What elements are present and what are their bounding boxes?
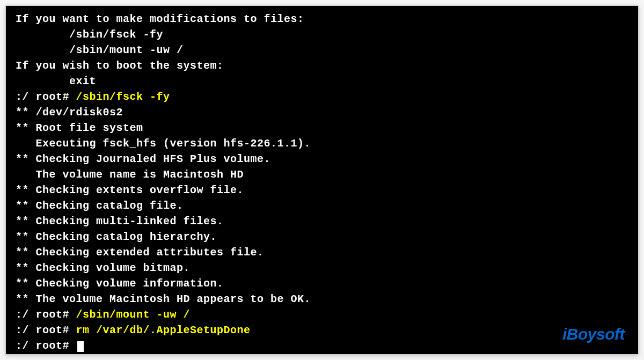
terminal-line: ** Checking volume bitmap. <box>16 260 628 276</box>
terminal-text: ** Checking multi-linked files. <box>16 215 224 227</box>
terminal-text: rm /var/db/.AppleSetupDone <box>76 324 251 336</box>
terminal-line: :/ root# /sbin/mount -uw / <box>16 307 628 322</box>
terminal-line: :/ root# rm /var/db/.AppleSetupDone <box>16 322 628 338</box>
terminal-text: ** Root file system <box>16 122 143 134</box>
terminal-text: If you wish to boot the system: <box>16 60 224 72</box>
terminal-line: ** Checking Journaled HFS Plus volume. <box>16 151 628 167</box>
terminal-line: exit <box>16 74 628 89</box>
terminal-content: If you want to make modifications to fil… <box>16 11 628 354</box>
terminal-line: /sbin/mount -uw / <box>16 42 628 58</box>
terminal-text: :/ root# <box>16 308 76 321</box>
terminal-text: ** Checking Journaled HFS Plus volume. <box>16 153 270 165</box>
terminal-line: Executing fsck_hfs (version hfs-226.1.1)… <box>16 136 628 151</box>
terminal-text: ** Checking extents overflow file. <box>16 184 244 196</box>
terminal-text: exit <box>16 75 96 87</box>
terminal-line: ** The volume Macintosh HD appears to be… <box>16 291 628 307</box>
terminal-line: ** Checking catalog file. <box>16 198 628 214</box>
terminal-text: /sbin/fsck -fy <box>16 28 163 41</box>
terminal-text: :/ root# <box>16 324 76 336</box>
terminal-text: ** Checking volume bitmap. <box>16 262 190 274</box>
terminal-line: ** Checking catalog hierarchy. <box>16 229 628 245</box>
terminal-text: :/ root# <box>16 91 76 103</box>
terminal-text: ** Checking volume information. <box>16 277 224 290</box>
cursor <box>77 341 84 352</box>
terminal-text: ** The volume Macintosh HD appears to be… <box>16 293 311 305</box>
terminal-line: ** /dev/rdisk0s2 <box>16 105 628 120</box>
terminal-text: /sbin/fsck -fy <box>76 91 170 103</box>
terminal-line: If you want to make modifications to fil… <box>16 11 628 27</box>
terminal-line: ** Root file system <box>16 120 628 136</box>
terminal-text: The volume name is Macintosh HD <box>16 168 244 181</box>
terminal-text: Executing fsck_hfs (version hfs-226.1.1)… <box>16 137 311 150</box>
terminal-text: /sbin/mount -uw / <box>16 44 184 56</box>
terminal-line: If you wish to boot the system: <box>16 58 628 74</box>
terminal-line: ** Checking volume information. <box>16 276 628 291</box>
terminal-line: ** Checking multi-linked files. <box>16 214 628 229</box>
terminal-text: ** Checking catalog file. <box>16 200 184 212</box>
terminal-text: :/ root# <box>16 340 76 352</box>
terminal-line: :/ root# /sbin/fsck -fy <box>16 89 628 105</box>
terminal-text: ** Checking extended attributes file. <box>16 246 264 259</box>
watermark-logo: iBoysoft <box>562 325 625 343</box>
watermark-text: iBoysoft <box>562 325 625 343</box>
terminal-text: If you want to make modifications to fil… <box>16 13 304 25</box>
terminal-window[interactable]: If you want to make modifications to fil… <box>5 5 639 355</box>
terminal-text: ** /dev/rdisk0s2 <box>16 106 123 119</box>
terminal-line: :/ root# <box>16 338 628 354</box>
terminal-line: /sbin/fsck -fy <box>16 27 628 42</box>
terminal-text: /sbin/mount -uw / <box>76 308 191 321</box>
terminal-line: ** Checking extents overflow file. <box>16 182 628 198</box>
terminal-line: ** Checking extended attributes file. <box>16 245 628 260</box>
terminal-text: ** Checking catalog hierarchy. <box>16 231 217 243</box>
terminal-line: The volume name is Macintosh HD <box>16 167 628 182</box>
